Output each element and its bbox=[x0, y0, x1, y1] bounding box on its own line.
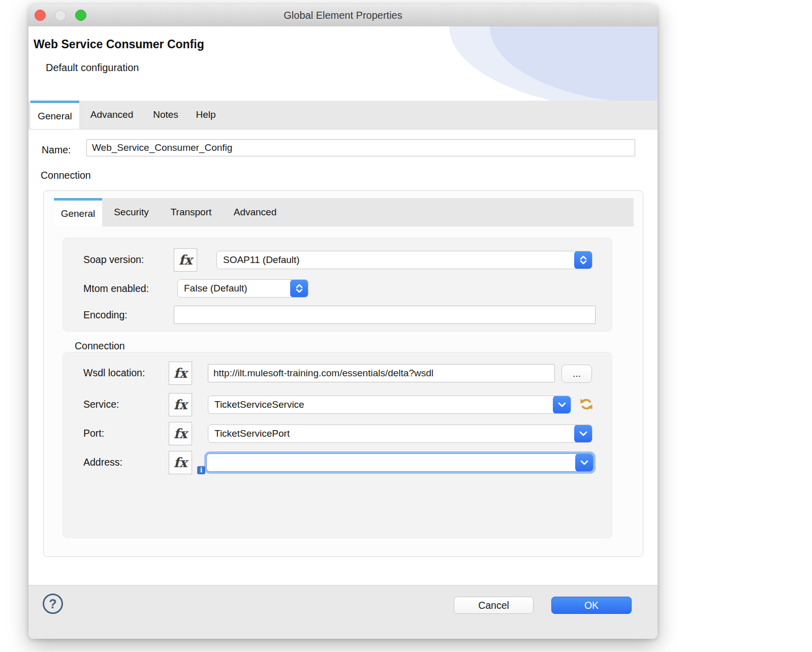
address-label: Address: bbox=[83, 457, 122, 468]
wsdl-fx-button[interactable]: fx bbox=[169, 362, 192, 385]
service-fx-button[interactable]: fx bbox=[169, 393, 192, 416]
connection-tab-group: General Security Transport Advanced Soap… bbox=[43, 190, 643, 557]
ok-button[interactable]: OK bbox=[551, 597, 632, 614]
dialog-footer: ? Cancel OK bbox=[28, 585, 658, 639]
port-label: Port: bbox=[83, 428, 104, 439]
chevron-down-icon[interactable] bbox=[574, 425, 592, 443]
service-select[interactable]: TicketServiceService bbox=[208, 396, 571, 414]
fx-icon: fx bbox=[174, 455, 188, 470]
tab-advanced[interactable]: Advanced bbox=[81, 101, 142, 129]
connection-section-label: Connection bbox=[41, 170, 91, 181]
address-select[interactable] bbox=[206, 453, 594, 472]
stepper-up-down-icon[interactable] bbox=[574, 251, 592, 269]
conn-tab-transport[interactable]: Transport bbox=[161, 198, 222, 226]
soap-version-select[interactable]: SOAP11 (Default) bbox=[216, 251, 592, 269]
conn-tab-advanced[interactable]: Advanced bbox=[224, 198, 286, 226]
service-label: Service: bbox=[83, 399, 119, 410]
fx-icon: fx bbox=[174, 426, 188, 441]
conn-tab-security[interactable]: Security bbox=[105, 198, 158, 226]
encoding-input[interactable] bbox=[174, 306, 596, 324]
help-icon[interactable]: ? bbox=[43, 594, 63, 614]
cancel-button[interactable]: Cancel bbox=[454, 597, 534, 614]
connection-settings-group: Wsdl location: fx http://ilt.mulesoft-tr… bbox=[63, 352, 612, 538]
mtom-enabled-select[interactable]: False (Default) bbox=[177, 279, 308, 298]
chevron-down-icon[interactable] bbox=[575, 453, 594, 472]
fx-icon: fx bbox=[179, 252, 193, 268]
title-bar: Global Element Properties bbox=[28, 4, 658, 27]
connection-tab-strip: General Security Transport Advanced bbox=[54, 198, 634, 226]
page-title: Web Service Consumer Config bbox=[34, 38, 204, 51]
port-select[interactable]: TicketServicePort bbox=[208, 425, 592, 443]
wsdl-browse-button[interactable]: ... bbox=[561, 365, 592, 383]
wsdl-location-input[interactable]: http://ilt.mulesoft-training.com/essenti… bbox=[208, 364, 555, 382]
mtom-enabled-label: Mtom enabled: bbox=[83, 283, 149, 295]
window-title: Global Element Properties bbox=[28, 4, 658, 26]
soap-version-fx-button[interactable]: fx bbox=[174, 248, 197, 272]
refresh-icon[interactable] bbox=[577, 395, 596, 414]
global-element-properties-dialog: Global Element Properties Web Service Co… bbox=[28, 4, 658, 639]
stepper-up-down-icon[interactable] bbox=[290, 279, 308, 298]
chevron-down-icon[interactable] bbox=[553, 396, 571, 414]
fx-icon: fx bbox=[174, 366, 188, 381]
main-tab-strip: General Advanced Notes Help bbox=[28, 101, 658, 129]
page-subtitle: Default configuration bbox=[46, 62, 139, 74]
name-label: Name: bbox=[42, 144, 71, 156]
wsdl-location-label: Wsdl location: bbox=[83, 367, 145, 379]
fx-icon: fx bbox=[174, 397, 188, 412]
soap-settings-group: Soap version: fx SOAP11 (Default) Mtom e… bbox=[63, 238, 612, 332]
encoding-label: Encoding: bbox=[83, 309, 128, 321]
soap-version-label: Soap version: bbox=[83, 254, 144, 266]
connection-group-label: Connection bbox=[75, 340, 125, 352]
address-fx-button[interactable]: fx bbox=[169, 451, 192, 474]
conn-tab-general[interactable]: General bbox=[54, 198, 102, 226]
tab-help[interactable]: Help bbox=[190, 101, 222, 129]
dialog-header: Web Service Consumer Config Default conf… bbox=[28, 26, 658, 101]
info-icon: i bbox=[197, 466, 205, 474]
tab-general[interactable]: General bbox=[30, 101, 79, 129]
tab-notes[interactable]: Notes bbox=[146, 101, 185, 129]
name-input[interactable]: Web_Service_Consumer_Config bbox=[86, 139, 635, 156]
port-fx-button[interactable]: fx bbox=[169, 422, 192, 445]
